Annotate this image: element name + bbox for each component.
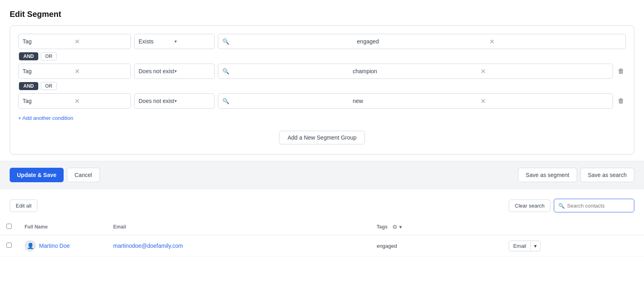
table-row: 👤 Martino Doe martinodoe@doefamily.com e… <box>0 235 644 257</box>
value-input-2[interactable]: 🔍 champion ✕ <box>218 64 613 79</box>
th-tags: Tags ⚙ ▾ <box>370 219 502 235</box>
search-icon-3: 🔍 <box>222 98 350 104</box>
value-text-3: new <box>353 98 481 104</box>
tags-th-wrap: Tags ⚙ ▾ <box>377 222 496 232</box>
operator-label-2: Does not exist <box>139 68 174 74</box>
search-contacts-input[interactable] <box>567 203 630 209</box>
email-btn-wrap: Email ▾ <box>509 241 638 251</box>
row-action-cell: Email ▾ <box>502 235 644 257</box>
clear-field-icon-2[interactable]: ✕ <box>75 68 126 75</box>
clear-search-button[interactable]: Clear search <box>509 200 551 212</box>
logic-row-1: AND OR <box>19 52 626 60</box>
row-tags-cell: engaged <box>370 235 502 257</box>
value-input-1[interactable]: 🔍 engaged ✕ <box>218 34 626 49</box>
or-button-1[interactable]: OR <box>41 52 57 60</box>
edit-all-button[interactable]: Edit all <box>10 200 37 212</box>
add-segment-group-wrap: Add a New Segment Group <box>18 131 626 144</box>
th-actions <box>502 219 644 235</box>
contact-name-link[interactable]: Martino Doe <box>39 243 70 249</box>
operator-select-1[interactable]: Exists ▾ <box>134 34 215 49</box>
th-checkbox <box>0 219 18 235</box>
and-button-2[interactable]: AND <box>19 82 38 90</box>
condition-row-1: Tag ✕ Exists ▾ 🔍 engaged ✕ <box>18 34 626 49</box>
search-contacts-wrap[interactable]: 🔍 <box>554 199 634 212</box>
avatar: 👤 <box>25 240 36 251</box>
name-cell: 👤 Martino Doe <box>25 240 100 251</box>
chevron-down-icon-3: ▾ <box>174 98 210 104</box>
save-as-search-button[interactable]: Save as search <box>580 168 635 182</box>
segment-editor-box: Tag ✕ Exists ▾ 🔍 engaged ✕ AND OR Tag ✕ <box>10 25 634 154</box>
contacts-table: Full Name Email Tags ⚙ ▾ <box>0 219 644 257</box>
field-label-1: Tag <box>23 38 75 45</box>
operator-label-1: Exists <box>139 38 174 45</box>
save-as-segment-button[interactable]: Save as segment <box>518 168 577 182</box>
condition-row-2: Tag ✕ Does not exist ▾ 🔍 champion ✕ 🗑 <box>18 64 626 79</box>
table-header: Full Name Email Tags ⚙ ▾ <box>0 219 644 235</box>
edit-segment-header: Edit Segment <box>0 0 644 25</box>
delete-condition-icon-2[interactable]: 🗑 <box>616 66 626 76</box>
action-bar-left: Update & Save Cancel <box>10 168 518 182</box>
add-condition-link[interactable]: + Add another condition <box>18 115 73 121</box>
contacts-toolbar: Edit all Clear search 🔍 <box>0 195 644 216</box>
search-contacts-icon: 🔍 <box>558 203 565 209</box>
table-header-row: Full Name Email Tags ⚙ ▾ <box>0 219 644 235</box>
table-body: 👤 Martino Doe martinodoe@doefamily.com e… <box>0 235 644 257</box>
chevron-down-icon-1: ▾ <box>174 39 210 44</box>
contacts-toolbar-left: Edit all <box>10 200 505 212</box>
add-segment-group-button[interactable]: Add a New Segment Group <box>279 131 365 144</box>
action-bar: Update & Save Cancel Save as segment Sav… <box>0 161 644 189</box>
contacts-section: Edit all Clear search 🔍 Full Name <box>0 189 644 257</box>
search-icon-2: 🔍 <box>222 68 350 74</box>
field-selector-2[interactable]: Tag ✕ <box>18 64 131 79</box>
cancel-button[interactable]: Cancel <box>67 168 100 182</box>
value-input-3[interactable]: 🔍 new ✕ <box>218 93 613 109</box>
field-selector-3[interactable]: Tag ✕ <box>18 93 131 109</box>
row-checkbox-cell <box>0 235 18 257</box>
search-icon-1: 🔍 <box>222 38 354 45</box>
page-title: Edit Segment <box>10 10 634 19</box>
operator-select-3[interactable]: Does not exist ▾ <box>134 93 215 109</box>
th-email: Email <box>107 219 370 235</box>
clear-field-icon-1[interactable]: ✕ <box>75 38 126 45</box>
clear-field-icon-3[interactable]: ✕ <box>75 97 126 105</box>
th-fullname: Full Name <box>18 219 107 235</box>
row-email-cell: martinodoe@doefamily.com <box>107 235 370 257</box>
tags-gear-button[interactable]: ⚙ ▾ <box>389 222 405 232</box>
field-selector-1[interactable]: Tag ✕ <box>18 34 131 49</box>
email-action-dropdown[interactable]: ▾ <box>531 241 540 251</box>
update-save-button[interactable]: Update & Save <box>10 168 64 182</box>
chevron-down-icon-2: ▾ <box>174 68 210 74</box>
field-label-3: Tag <box>23 98 75 104</box>
clear-value-icon-1[interactable]: ✕ <box>489 38 621 45</box>
action-bar-right: Save as segment Save as search <box>518 168 634 182</box>
row-checkbox[interactable] <box>6 243 12 248</box>
value-text-2: champion <box>353 68 481 74</box>
field-label-2: Tag <box>23 68 75 74</box>
select-all-checkbox[interactable] <box>6 224 12 229</box>
or-button-2[interactable]: OR <box>41 82 57 90</box>
and-button-1[interactable]: AND <box>19 52 38 60</box>
row-name-cell: 👤 Martino Doe <box>18 235 107 257</box>
operator-select-2[interactable]: Does not exist ▾ <box>134 64 215 79</box>
delete-condition-icon-3[interactable]: 🗑 <box>616 96 626 106</box>
clear-value-icon-3[interactable]: ✕ <box>480 97 609 105</box>
condition-row-3: Tag ✕ Does not exist ▾ 🔍 new ✕ 🗑 <box>18 93 626 109</box>
page-container: Edit Segment Tag ✕ Exists ▾ 🔍 engaged ✕ … <box>0 0 644 286</box>
email-action-button[interactable]: Email <box>509 241 531 251</box>
contacts-toolbar-right: Clear search 🔍 <box>509 199 634 212</box>
contact-tags: engaged <box>377 242 397 250</box>
operator-label-3: Does not exist <box>139 98 174 104</box>
contact-email-link[interactable]: martinodoe@doefamily.com <box>113 243 183 249</box>
logic-row-2: AND OR <box>19 82 626 90</box>
clear-value-icon-2[interactable]: ✕ <box>480 68 609 75</box>
value-text-1: engaged <box>357 38 489 45</box>
